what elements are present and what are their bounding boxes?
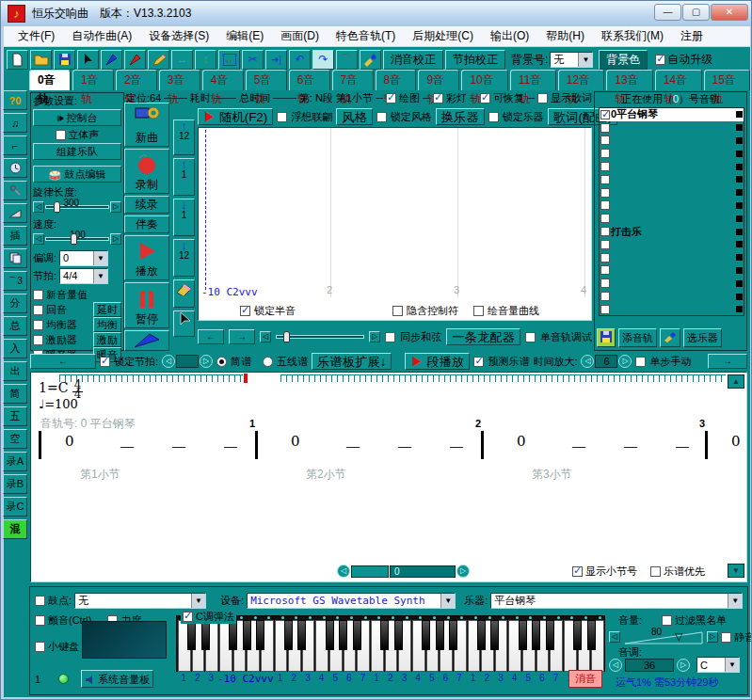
accompany-button[interactable]: 伴奏 [124, 215, 169, 233]
help-button[interactable]: ?0 [3, 90, 27, 110]
play-button[interactable]: 播放 [124, 235, 169, 280]
copy-icon[interactable] [3, 248, 27, 268]
black-key-22[interactable] [490, 620, 499, 650]
instrument-row-checkbox[interactable] [600, 227, 610, 236]
brush-icon[interactable] [360, 50, 381, 70]
instrument-row-checkbox[interactable] [600, 135, 610, 145]
chevron-down-icon[interactable]: ▼ [93, 269, 107, 283]
drum-select[interactable]: 无▼ [74, 593, 206, 609]
pause-button[interactable]: 暂停 [124, 282, 169, 327]
new-volume-checkbox[interactable] [33, 290, 43, 300]
style-button[interactable]: 风格 [336, 108, 373, 125]
recover-checkbox[interactable] [480, 93, 490, 103]
ramp-icon[interactable] [3, 203, 27, 223]
spin-right-icon[interactable]: ▷ [618, 355, 632, 368]
filter-blacklist-checkbox[interactable] [662, 615, 672, 626]
time-zoom-spinner[interactable]: ◁6▷ [581, 355, 632, 368]
excite-button[interactable]: 激励 [93, 332, 121, 347]
instrument-row-checkbox[interactable] [600, 123, 610, 133]
instrument-row-handle[interactable] [736, 202, 743, 209]
menu-auto-compose[interactable]: 自动作曲(A) [63, 26, 140, 46]
console-button[interactable]: 🕪 控制台 [33, 109, 121, 126]
volume-slider[interactable]: 80 ▽ [623, 628, 704, 645]
jianpu-radio[interactable] [216, 357, 227, 367]
staff-button[interactable]: 五 [3, 406, 27, 426]
black-key-17[interactable] [422, 620, 430, 650]
spin-left-icon[interactable]: ◁ [162, 355, 175, 368]
tab-track-1[interactable]: 1音轨 [72, 70, 114, 90]
pitch-up-icon[interactable]: ▷ [677, 659, 690, 672]
black-key-5[interactable] [256, 620, 264, 650]
instrument-row-4[interactable] [600, 160, 744, 173]
menu-post-process[interactable]: 后期处理(C) [404, 26, 482, 46]
instrument-row-handle[interactable] [736, 151, 743, 157]
lock-beat-spinner[interactable]: ◁▷ [162, 355, 213, 368]
lock-semitone-checkbox[interactable] [240, 306, 250, 316]
lock-instrument-checkbox[interactable] [488, 112, 499, 122]
volume-curve-checkbox[interactable] [473, 306, 484, 316]
slider-right-arrow[interactable]: ▷ [110, 233, 121, 245]
title-bar[interactable]: ♪ 恒乐交响曲 版本：V13.3.2103 — ▢ ✕ [1, 1, 752, 26]
save-icon[interactable] [54, 50, 75, 70]
menu-help[interactable]: 帮助(H) [537, 26, 593, 46]
black-key-21[interactable] [477, 620, 486, 650]
open-folder-icon[interactable] [30, 50, 52, 70]
instrument-row-handle[interactable] [736, 306, 743, 312]
predict-score-checkbox[interactable] [473, 357, 484, 367]
save-track-button[interactable] [597, 328, 616, 347]
tab-track-15[interactable]: 15音轨 [704, 70, 751, 90]
lock-style-checkbox[interactable] [376, 112, 387, 122]
device-select[interactable]: Microsoft GS Wavetable Synth▼ [247, 593, 456, 609]
instrument-row-handle[interactable] [736, 124, 743, 131]
instrument-row-checkbox[interactable] [600, 278, 610, 288]
instrument-row-1[interactable] [600, 121, 744, 135]
instrument-row-checkbox[interactable] [600, 188, 610, 198]
piano-roll[interactable]: 2 3 4 -10 C2vvv 锁定半音 隐含控制符 绘音量曲线 [198, 127, 592, 321]
lights-checkbox[interactable] [433, 93, 443, 103]
menu-device[interactable]: 设备选择(S) [140, 26, 217, 46]
add-track-button[interactable]: 添音轨 [618, 328, 657, 347]
rest-note[interactable]: 0 [65, 433, 74, 450]
undo-icon[interactable]: ↶ [289, 50, 311, 70]
black-key-7[interactable] [284, 620, 293, 650]
chevron-down-icon[interactable]: ▼ [728, 594, 742, 608]
jianpu-button[interactable]: 简 [3, 384, 27, 404]
equalize-button[interactable]: 均衡 [93, 317, 121, 332]
new-file-icon[interactable] [7, 50, 28, 70]
instrument-row-8[interactable] [600, 212, 744, 225]
select-tool-button[interactable] [173, 310, 195, 337]
resume-record-button[interactable]: 续录 [124, 196, 169, 214]
tab-track-10[interactable]: 10音轨 [461, 70, 508, 90]
hscroll-left-icon[interactable]: ◁ [337, 565, 350, 578]
instrument-row-checkbox[interactable] [600, 292, 610, 301]
wrench-icon[interactable] [3, 181, 27, 200]
c-style-checkbox[interactable] [183, 612, 193, 622]
stereo-checkbox[interactable] [56, 130, 66, 140]
menu-special-track[interactable]: 特色音轨(T) [328, 26, 404, 46]
mix-button[interactable]: 混 [3, 519, 27, 539]
offset-select[interactable]: 0▼ [59, 250, 108, 266]
chevron-down-icon[interactable]: ▼ [191, 594, 205, 608]
instrument-row-checkbox[interactable] [600, 110, 610, 119]
sync-chord-checkbox[interactable] [385, 332, 395, 342]
tab-track-3[interactable]: 3音轨 [159, 70, 200, 90]
hscroll-left-arrow[interactable]: ◁ [260, 331, 271, 342]
mute-button[interactable]: 消音 [568, 670, 602, 688]
black-key-25[interactable] [532, 620, 540, 650]
selection-range-icon[interactable]: ↔ [218, 50, 240, 70]
instrument-row-handle[interactable] [736, 267, 743, 274]
black-key-1[interactable] [201, 620, 210, 650]
black-key-24[interactable] [519, 620, 527, 650]
paint-track-button[interactable] [660, 328, 680, 347]
chevron-down-icon[interactable]: ▼ [440, 594, 455, 608]
random-button[interactable]: ▶ 随机(F2) [198, 108, 273, 125]
change-instrument-button[interactable]: 换乐器 [436, 108, 485, 125]
insert-note-button[interactable]: 插 [3, 226, 27, 246]
segment-play-button[interactable]: ▶ 段播放 [405, 353, 470, 370]
menu-edit[interactable]: 编辑(E) [217, 26, 272, 46]
restore-button[interactable]: ▢ [682, 4, 710, 21]
tab-track-11[interactable]: 11音轨 [510, 70, 556, 90]
echo-checkbox[interactable] [33, 305, 43, 315]
instrument-row-handle[interactable] [736, 215, 743, 222]
v-stretch-icon[interactable]: ↕ [195, 50, 216, 70]
